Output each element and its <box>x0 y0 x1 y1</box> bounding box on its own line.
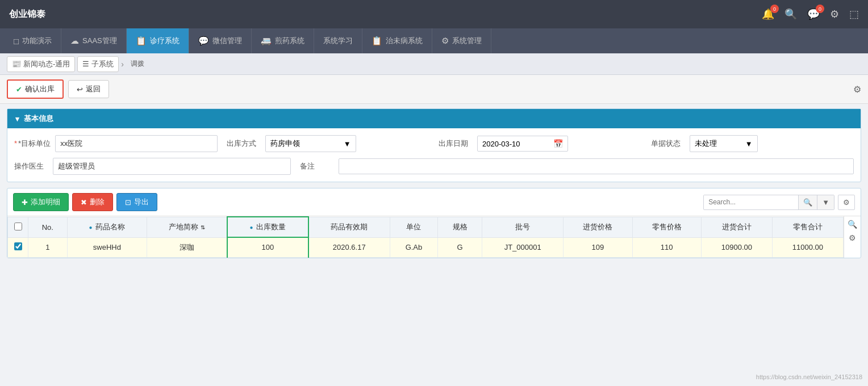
nav-item-demo[interactable]: □ 功能演示 <box>5 28 61 53</box>
doc-status-dropdown[interactable]: 未处理 ▼ <box>690 135 758 152</box>
target-unit-label: *目标单位 <box>14 139 51 149</box>
row-unit-cell: G.Ab <box>390 237 437 257</box>
collapse-icon[interactable]: ▾ <box>15 115 19 123</box>
target-unit-value[interactable]: xx医院 <box>55 135 217 152</box>
row-purchase-total: 10900.00 <box>721 243 752 251</box>
nav-item-system[interactable]: ⚙ 系统管理 <box>432 28 491 53</box>
nav-item-clinic[interactable]: 📋 诊疗系统 <box>127 28 189 53</box>
detail-table: No. ● 药品名称 产地简称 ⇅ ● <box>7 216 844 258</box>
table-gear-icon: ⚙ <box>843 198 850 207</box>
search-icon[interactable]: 🔍 <box>784 8 797 20</box>
section-title: 基本信息 <box>24 114 53 124</box>
col-batch-no: 批号 <box>482 217 564 237</box>
nav-item-disease[interactable]: 📋 治未病系统 <box>362 28 432 53</box>
field-remark: 备注 <box>300 158 854 174</box>
search-button[interactable]: 🔍 <box>798 195 817 209</box>
brand-name: 创业锦泰 <box>9 9 45 20</box>
header-checkbox[interactable] <box>14 223 22 230</box>
row-unit: G.Ab <box>406 243 423 251</box>
confirm-out-button[interactable]: ✔ 确认出库 <box>7 79 64 99</box>
col-out-qty: ● 出库数量 <box>227 217 308 237</box>
nav-item-study[interactable]: 系统学习 <box>314 28 362 53</box>
row-drug-name-cell: sweHHd <box>67 237 147 257</box>
field-target-unit: *目标单位 xx医院 <box>14 135 218 152</box>
nav-item-clinic-label: 诊疗系统 <box>150 36 180 46</box>
search-input[interactable] <box>704 195 798 209</box>
logout-icon[interactable]: ⬚ <box>849 8 859 20</box>
nav-item-pharmacy-label: 煎药系统 <box>275 36 304 46</box>
nav-item-demo-label: 功能演示 <box>22 36 52 46</box>
breadcrumb-news[interactable]: 📰 新闻动态-通用 <box>7 56 75 72</box>
remark-value[interactable] <box>339 158 854 174</box>
nav-item-system-label: 系统管理 <box>452 36 482 46</box>
chat-icon[interactable]: 💬 0 <box>807 8 820 20</box>
out-method-dropdown[interactable]: 药房申领 ▼ <box>265 135 356 152</box>
detail-toolbar: ✚ 添加明细 ✖ 删除 ⊡ 导出 🔍 ▼ ⚙ <box>7 188 861 216</box>
breadcrumb-news-label: 新闻动态-通用 <box>23 59 70 69</box>
nav-item-pharmacy[interactable]: 🚐 煎药系统 <box>252 28 314 53</box>
col-batch-no-label: 批号 <box>515 223 530 231</box>
export-label: 导出 <box>134 197 149 207</box>
row-origin-cell: 深咖 <box>147 237 227 257</box>
brand-area: 创业锦泰 <box>9 9 45 20</box>
basic-info-body: *目标单位 xx医院 出库方式 药房申领 ▼ 出库日期 2020-03-10 <box>7 128 861 182</box>
nav-item-study-label: 系统学习 <box>323 36 353 46</box>
chat-badge: 0 <box>816 5 824 13</box>
delete-button[interactable]: ✖ 删除 <box>72 193 113 211</box>
x-icon: ✖ <box>81 198 87 207</box>
add-detail-label: 添加明细 <box>31 197 60 207</box>
breadcrumb-subsystem-label: 子系统 <box>91 59 114 69</box>
col-retail-total: 零售合计 <box>772 217 843 237</box>
field-operator: 操作医生 超级管理员 <box>14 158 291 175</box>
row-expiry: 2020.6.17 <box>333 243 366 251</box>
col-drug-name-label: 药品名称 <box>95 223 125 231</box>
status-arrow-icon: ▼ <box>745 140 753 148</box>
out-date-label: 出库日期 <box>439 139 473 149</box>
doc-status-value: 未处理 <box>695 139 717 149</box>
col-unit-label: 单位 <box>406 223 421 231</box>
export-button[interactable]: ⊡ 导出 <box>116 193 157 211</box>
table-settings-button[interactable]: ⚙ <box>838 195 855 210</box>
out-date-picker[interactable]: 2020-03-10 📅 <box>477 136 568 152</box>
nav-item-saas[interactable]: ☁ SAAS管理 <box>61 28 127 53</box>
top-icons-area: 🔔 0 🔍 💬 0 ⚙ ⬚ <box>762 8 859 20</box>
add-detail-button[interactable]: ✚ 添加明细 <box>13 193 69 211</box>
row-out-qty-cell[interactable]: 100 <box>227 237 308 257</box>
row-checkbox[interactable] <box>14 242 22 250</box>
sort-icon: ⇅ <box>201 224 205 230</box>
col-purchase-price: 进货价格 <box>564 217 632 237</box>
content-area: ▾ 基本信息 *目标单位 xx医院 出库方式 药房申领 ▼ <box>0 104 868 263</box>
demo-icon: □ <box>14 36 19 46</box>
row-purchase-total-cell: 10900.00 <box>701 237 772 257</box>
watermark: https://blog.csdn.net/weixin_24152318 <box>756 374 862 380</box>
doc-status-label: 单据状态 <box>651 139 685 149</box>
search-dropdown-button[interactable]: ▼ <box>817 195 834 209</box>
breadcrumb-bar: 📰 新闻动态-通用 ☰ 子系统 › 调拨 <box>0 53 868 75</box>
breadcrumb-subsystem[interactable]: ☰ 子系统 <box>77 56 119 72</box>
col-origin: 产地简称 ⇅ <box>147 217 227 237</box>
header-row: No. ● 药品名称 产地简称 ⇅ ● <box>8 217 844 237</box>
form-row-1: *目标单位 xx医院 出库方式 药房申领 ▼ 出库日期 2020-03-10 <box>14 135 854 152</box>
col-out-qty-label: 出库数量 <box>256 223 286 231</box>
back-button[interactable]: ↩ 返回 <box>68 80 109 98</box>
settings-icon[interactable]: ⚙ <box>830 8 839 20</box>
subsystem-icon: ☰ <box>82 60 89 68</box>
nav-item-wechat-label: 微信管理 <box>212 36 242 46</box>
out-method-label: 出库方式 <box>227 139 261 149</box>
bell-icon[interactable]: 🔔 0 <box>762 8 774 20</box>
table-row-settings-icon[interactable]: ⚙ <box>846 232 858 244</box>
table-zoom-icon[interactable]: 🔍 <box>846 219 858 230</box>
row-no-cell: 1 <box>28 237 68 257</box>
detail-section: ✚ 添加明细 ✖ 删除 ⊡ 导出 🔍 ▼ ⚙ <box>7 188 861 258</box>
nav-item-disease-label: 治未病系统 <box>386 36 423 46</box>
calendar-icon: 📅 <box>553 139 563 148</box>
col-expiry-label: 药品有效期 <box>331 223 368 231</box>
search-box: 🔍 ▼ <box>703 195 834 210</box>
check-icon: ✔ <box>16 85 22 94</box>
page-settings-button[interactable]: ⚙ <box>853 84 861 95</box>
col-drug-name: ● 药品名称 <box>67 217 147 237</box>
nav-item-wechat[interactable]: 💬 微信管理 <box>189 28 252 53</box>
remark-label: 备注 <box>300 161 334 171</box>
row-retail-total-cell: 11000.00 <box>772 237 843 257</box>
table-side-icons: 🔍 ⚙ <box>844 216 861 258</box>
